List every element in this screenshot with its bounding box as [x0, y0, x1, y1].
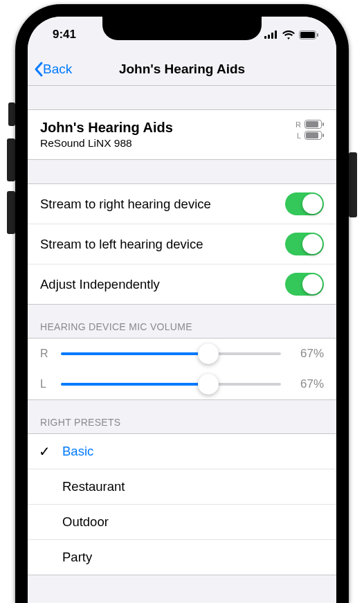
- stream-left-label: Stream to left hearing device: [40, 237, 203, 252]
- back-button[interactable]: Back: [33, 61, 72, 78]
- adjust-independent-cell: Adjust Independently: [28, 264, 336, 304]
- stream-right-label: Stream to right hearing device: [40, 197, 211, 212]
- battery-status: R L: [295, 120, 324, 140]
- content-scroll[interactable]: John's Hearing Aids ReSound LiNX 988 R: [28, 86, 336, 603]
- preset-outdoor[interactable]: Outdoor: [28, 504, 336, 539]
- svg-rect-9: [322, 123, 324, 126]
- mic-volume-right-cell: R 67%: [28, 339, 336, 369]
- device-model: ReSound LiNX 988: [40, 137, 173, 150]
- mic-left-label: L: [40, 378, 51, 390]
- status-indicators: [264, 30, 318, 39]
- stream-left-cell: Stream to left hearing device: [28, 224, 336, 264]
- stream-right-cell: Stream to right hearing device: [28, 184, 336, 224]
- mic-left-slider[interactable]: [61, 383, 281, 386]
- mic-volume-header: Hearing Device Mic Volume: [28, 305, 336, 338]
- battery-left-label: L: [297, 132, 301, 140]
- stream-right-toggle[interactable]: [285, 192, 324, 215]
- battery-icon: [299, 30, 318, 39]
- preset-label: Party: [62, 550, 92, 565]
- preset-label: Basic: [62, 444, 93, 459]
- mic-left-value: 67%: [291, 377, 324, 391]
- svg-rect-8: [306, 121, 318, 127]
- device-name: John's Hearing Aids: [40, 120, 173, 136]
- preset-restaurant[interactable]: Restaurant: [28, 469, 336, 504]
- battery-left-icon: [304, 131, 324, 140]
- toggle-group: Stream to right hearing device Stream to…: [28, 183, 336, 305]
- svg-rect-12: [322, 134, 324, 137]
- phone-frame: 9:41: [0, 0, 364, 603]
- mute-switch: [8, 102, 15, 126]
- power-button: [349, 152, 357, 217]
- wifi-icon: [282, 30, 295, 39]
- device-info-group: John's Hearing Aids ReSound LiNX 988 R: [28, 109, 336, 160]
- svg-rect-5: [300, 32, 315, 38]
- svg-rect-2: [271, 33, 273, 39]
- presets-group: ✓ Basic Restaurant Outdoor Party: [28, 433, 336, 575]
- svg-rect-1: [268, 35, 270, 39]
- presets-header: Right Presets: [28, 400, 336, 433]
- stream-left-toggle[interactable]: [285, 233, 324, 255]
- mic-right-label: R: [40, 348, 51, 360]
- svg-rect-11: [306, 132, 318, 138]
- battery-right-icon: [304, 120, 324, 129]
- mic-volume-left-cell: L 67%: [28, 369, 336, 399]
- mic-right-value: 67%: [291, 347, 324, 361]
- device-info-cell[interactable]: John's Hearing Aids ReSound LiNX 988 R: [28, 110, 336, 159]
- svg-rect-3: [275, 30, 277, 39]
- volume-down-button: [7, 191, 15, 234]
- screen: 9:41: [28, 17, 336, 603]
- nav-bar: Back John's Hearing Aids: [28, 53, 336, 86]
- mic-volume-group: R 67% L 67%: [28, 338, 336, 400]
- status-time: 9:41: [53, 28, 76, 42]
- svg-rect-0: [264, 36, 266, 39]
- preset-label: Restaurant: [62, 479, 125, 494]
- back-label: Back: [43, 62, 72, 77]
- page-title: John's Hearing Aids: [28, 62, 336, 77]
- notch: [102, 15, 262, 40]
- preset-basic[interactable]: ✓ Basic: [28, 434, 336, 469]
- adjust-independent-label: Adjust Independently: [40, 277, 160, 292]
- volume-up-button: [7, 138, 15, 181]
- checkmark-icon: ✓: [39, 443, 51, 460]
- battery-right-label: R: [295, 120, 301, 129]
- svg-rect-6: [317, 33, 318, 37]
- preset-label: Outdoor: [62, 514, 109, 530]
- mic-right-slider[interactable]: [61, 352, 281, 355]
- cellular-icon: [264, 30, 278, 39]
- preset-party[interactable]: Party: [28, 539, 336, 575]
- adjust-independent-toggle[interactable]: [285, 273, 324, 296]
